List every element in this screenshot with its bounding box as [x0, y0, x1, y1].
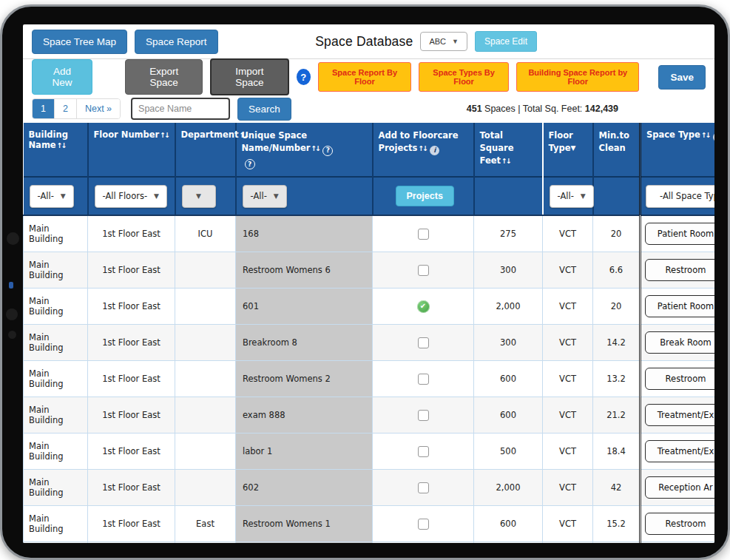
space-table-wrap: Building Name↑↓ Floor Number↑↓ Departmen… [23, 123, 714, 543]
col-header-floorcare-projects[interactable]: Add to Floorcare Projects↑↓i [373, 123, 474, 177]
col-header-floor-type[interactable]: Floor Type▼ [543, 123, 593, 177]
table-body: Main Building 1st Floor East ICU 168 275… [24, 215, 715, 543]
cell-min-to-clean: 20 [593, 215, 641, 252]
space-tree-map-button[interactable]: Space Tree Map [32, 30, 127, 54]
space-type-button[interactable]: Reception Ar [645, 476, 714, 499]
cell-total-square-feet: 300 [474, 252, 543, 289]
info-circle-icon[interactable]: i [430, 146, 439, 155]
add-new-button[interactable]: Add New [32, 59, 92, 95]
cell-unique-space-name[interactable]: Restroom Womens 6 [236, 252, 373, 289]
cell-floor-type: VCT [543, 470, 593, 506]
unique-space-filter-select[interactable]: -All-▼ [243, 185, 287, 208]
space-types-by-floor-button[interactable]: Space Types By Floor [419, 62, 509, 92]
space-type-button[interactable]: Restroom [645, 368, 714, 390]
cell-floorcare: ✔ [373, 289, 474, 325]
space-type-button[interactable]: Restroom [645, 259, 714, 281]
space-edit-button[interactable]: Space Edit [475, 31, 537, 52]
floorcare-checkbox[interactable] [418, 410, 429, 421]
floor-filter-select[interactable]: -All Floors-▼ [95, 185, 167, 208]
col-header-space-type[interactable]: Space Type↑↓i [641, 123, 715, 177]
space-report-by-floor-button[interactable]: Space Report By Floor [318, 62, 411, 92]
space-type-button[interactable]: Patient Room [645, 295, 714, 317]
cell-min-to-clean: 15.2 [593, 506, 641, 542]
page-1-button[interactable]: 1 [33, 99, 55, 118]
cell-unique-space-name[interactable]: Breakroom 8 [236, 325, 373, 361]
cell-floor-type: VCT [543, 434, 593, 470]
cell-space-type: Restroom [641, 361, 715, 397]
cell-building-name: Main Building [24, 506, 88, 542]
cell-unique-space-name[interactable]: Restroom Womens 1 [236, 506, 373, 542]
cell-total-square-feet: 600 [474, 361, 543, 397]
help-circle-icon[interactable]: ? [245, 159, 255, 169]
cell-floor-type: VCT [543, 542, 593, 544]
chevron-down-icon: ▼ [61, 192, 66, 200]
space-type-button[interactable]: Patient Room [645, 223, 714, 245]
cell-unique-space-name[interactable]: exam 888 [236, 397, 373, 434]
col-header-floor-number[interactable]: Floor Number↑↓ [88, 123, 175, 177]
import-space-button[interactable]: Import Space [210, 58, 288, 95]
floorcare-checkbox[interactable] [418, 519, 429, 530]
projects-button[interactable]: Projects [396, 186, 454, 206]
cell-total-square-feet: 2,000 [474, 289, 543, 325]
cell-floor-type: VCT [543, 289, 593, 325]
department-filter-select[interactable]: ▼ [182, 185, 216, 208]
export-space-button[interactable]: Export Space [125, 59, 203, 95]
cell-building-name: Main Building [24, 325, 88, 361]
spaces-stats: 451 Spaces | Total Sq. Feet: 142,439 [467, 104, 618, 114]
floorcare-checkbox[interactable] [418, 446, 429, 457]
cell-floorcare [373, 325, 474, 361]
cell-department [175, 397, 236, 434]
org-select-value: ABC [429, 37, 446, 46]
floorcare-checkbox[interactable] [418, 229, 429, 240]
next-page-button[interactable]: Next » [77, 99, 120, 118]
col-label: Unique Space Name/Number [242, 130, 311, 153]
cell-unique-space-name[interactable]: Restroom Womens 2 [236, 361, 373, 397]
cell-building-name: Main Building [24, 215, 88, 252]
col-header-min-to-clean[interactable]: Min.to Clean [593, 123, 641, 177]
col-label: Clean [599, 143, 626, 153]
space-type-button[interactable]: Restroom [645, 513, 714, 535]
save-button[interactable]: Save [658, 65, 706, 90]
space-type-button[interactable]: Break Room [645, 331, 714, 354]
table-row: Main Building 1st Floor East exam 888 60… [24, 397, 715, 434]
cell-unique-space-name[interactable]: 601 [236, 289, 373, 325]
cell-total-square-feet: 600 [474, 397, 543, 434]
space-type-filter-select[interactable]: -All Space Typ [646, 185, 714, 208]
floorcare-checkbox[interactable] [418, 374, 429, 385]
floorcare-checkbox[interactable] [418, 265, 429, 276]
floorcare-checkbox[interactable] [418, 482, 429, 493]
col-header-total-square-feet[interactable]: Total Square Feet↑↓ [474, 123, 543, 177]
floorcare-checkbox[interactable] [418, 337, 429, 348]
help-circle-icon[interactable]: ? [322, 146, 333, 156]
floor-type-filter-select[interactable]: -All-▼ [550, 185, 594, 208]
cell-space-type: Reception Ar [641, 470, 715, 506]
cell-unique-space-name[interactable]: 168 [236, 215, 373, 252]
cell-unique-space-name[interactable]: 602 [236, 470, 373, 506]
cell-unique-space-name[interactable]: 181 [236, 542, 373, 544]
green-check-icon[interactable]: ✔ [417, 300, 430, 313]
search-button[interactable]: Search [237, 98, 291, 121]
col-header-unique-space-name[interactable]: Unique Space Name/Number↑↓? ? [236, 123, 373, 177]
col-header-department[interactable]: Department↑↓ [175, 123, 236, 177]
cell-building-name: Main Building [24, 434, 88, 470]
org-select[interactable]: ABC ▼ [420, 32, 467, 51]
col-label: Type [549, 143, 571, 153]
cell-min-to-clean: 6.6 [593, 252, 641, 289]
space-name-input[interactable] [131, 98, 230, 120]
top-header-bar: Space Tree Map Space Report Space Databa… [23, 24, 714, 59]
page-2-button[interactable]: 2 [55, 99, 77, 118]
space-report-button[interactable]: Space Report [135, 30, 218, 54]
col-header-building-name[interactable]: Building Name↑↓ [24, 123, 88, 177]
cell-floor-type: VCT [543, 397, 593, 434]
cell-department [175, 289, 236, 325]
help-icon[interactable]: ? [297, 69, 311, 85]
building-space-report-by-floor-button[interactable]: Building Space Report by Floor [516, 62, 639, 92]
space-type-button[interactable]: Treatment/Ex [645, 440, 714, 462]
info-circle-icon[interactable]: i [713, 132, 714, 142]
cell-space-type: Patient Room [641, 215, 715, 252]
cell-min-to-clean: 20 [593, 289, 641, 325]
space-type-button[interactable]: Treatment/Ex [645, 404, 714, 426]
cell-unique-space-name[interactable]: labor 1 [236, 434, 373, 470]
building-filter-select[interactable]: -All-▼ [30, 185, 74, 208]
cell-building-name: Main Building [24, 397, 88, 434]
